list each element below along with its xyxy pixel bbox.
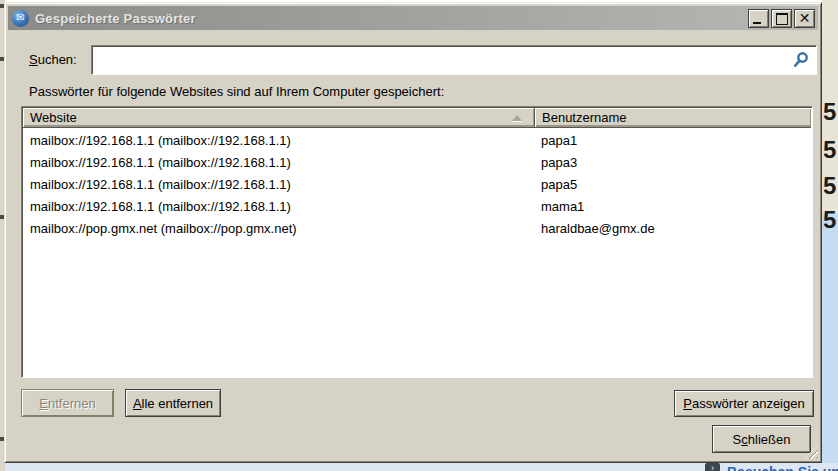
- remove-all-button[interactable]: Alle entfernen: [125, 389, 221, 417]
- minimize-button[interactable]: [748, 9, 769, 28]
- column-header-website[interactable]: Website: [23, 108, 535, 128]
- background-text-fragment: 5: [823, 98, 836, 126]
- table-row[interactable]: mailbox://192.168.1.1 (mailbox://192.168…: [24, 129, 810, 151]
- window-title: Gespeicherte Passwörter: [35, 11, 196, 26]
- background-window-bottom-strip: › Besuchen Sie unser: [5, 463, 838, 471]
- website-cell: mailbox://192.168.1.1 (mailbox://192.168…: [24, 133, 534, 148]
- background-text-fragment: 5: [823, 172, 836, 200]
- table-row[interactable]: mailbox://pop.gmx.net (mailbox://pop.gmx…: [24, 217, 810, 239]
- title-bar[interactable]: ✉ Gespeicherte Passwörter: [8, 6, 818, 30]
- search-input[interactable]: [96, 49, 786, 71]
- website-cell: mailbox://pop.gmx.net (mailbox://pop.gmx…: [24, 221, 534, 236]
- username-cell: papa1: [534, 133, 810, 148]
- background-text-fragment: 5: [823, 206, 836, 234]
- search-icon: [792, 51, 810, 69]
- sort-ascending-icon: [512, 115, 522, 121]
- background-window-right-strip: 5 5 5 5: [822, 0, 838, 471]
- info-text: Passwörter für folgende Websites sind au…: [29, 84, 444, 99]
- search-label: Suchen:: [29, 52, 77, 67]
- list-body: mailbox://192.168.1.1 (mailbox://192.168…: [24, 129, 810, 375]
- website-cell: mailbox://192.168.1.1 (mailbox://192.168…: [24, 199, 534, 214]
- website-cell: mailbox://192.168.1.1 (mailbox://192.168…: [24, 177, 534, 192]
- background-link-text: Besuchen Sie unser: [727, 464, 838, 471]
- username-cell: haraldbae@gmx.de: [534, 221, 810, 236]
- username-cell: papa3: [534, 155, 810, 170]
- table-row[interactable]: mailbox://192.168.1.1 (mailbox://192.168…: [24, 151, 810, 173]
- username-cell: papa5: [534, 177, 810, 192]
- website-cell: mailbox://192.168.1.1 (mailbox://192.168…: [24, 155, 534, 170]
- thunderbird-app-icon: ✉: [12, 10, 29, 27]
- close-button[interactable]: [794, 9, 815, 28]
- close-dialog-button[interactable]: Schließen: [712, 425, 811, 453]
- username-cell: mama1: [534, 199, 810, 214]
- search-box: [91, 45, 817, 75]
- table-row[interactable]: mailbox://192.168.1.1 (mailbox://192.168…: [24, 195, 810, 217]
- arrow-badge-icon: ›: [705, 463, 720, 471]
- column-header-username[interactable]: Benutzername: [535, 108, 811, 128]
- table-row[interactable]: mailbox://192.168.1.1 (mailbox://192.168…: [24, 173, 810, 195]
- remove-button[interactable]: Entfernen: [21, 389, 114, 417]
- background-text-fragment: 5: [823, 136, 836, 164]
- saved-passwords-dialog: ✉ Gespeicherte Passwörter Suchen: Passwö…: [4, 2, 822, 463]
- passwords-list: Website Benutzername mailbox://192.168.1…: [21, 106, 813, 378]
- list-header: Website Benutzername: [23, 108, 811, 128]
- show-passwords-button[interactable]: Passwörter anzeigen: [674, 390, 814, 417]
- maximize-button[interactable]: [771, 9, 792, 28]
